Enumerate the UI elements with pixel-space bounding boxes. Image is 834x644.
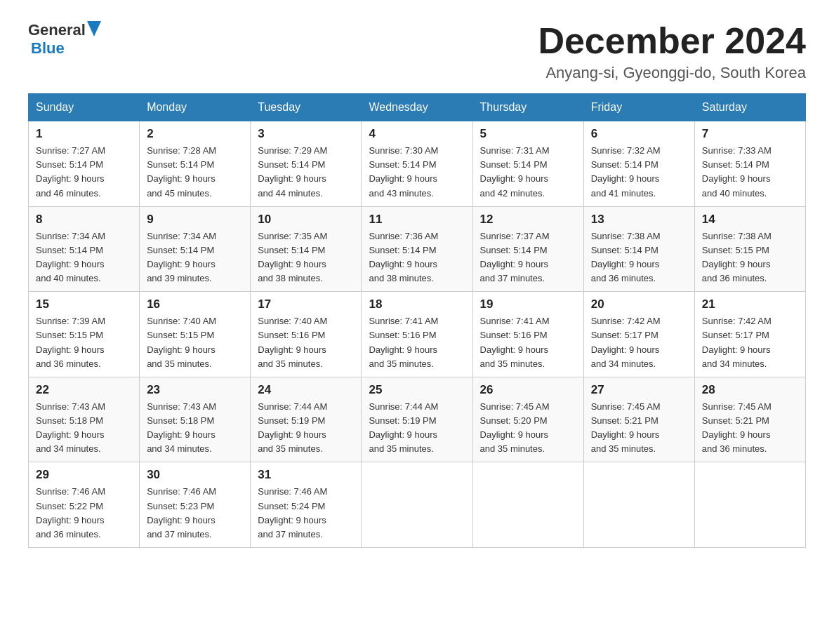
cell-info: Sunrise: 7:45 AMSunset: 5:20 PMDaylight:…: [480, 400, 576, 457]
cell-day-number: 10: [258, 213, 354, 227]
calendar-table: SundayMondayTuesdayWednesdayThursdayFrid…: [28, 93, 806, 548]
cell-info: Sunrise: 7:38 AMSunset: 5:15 PMDaylight:…: [702, 229, 798, 286]
calendar-cell: 2Sunrise: 7:28 AMSunset: 5:14 PMDaylight…: [140, 121, 251, 207]
cell-day-number: 19: [480, 297, 576, 311]
calendar-cell: 4Sunrise: 7:30 AMSunset: 5:14 PMDaylight…: [362, 121, 472, 207]
cell-info: Sunrise: 7:42 AMSunset: 5:17 PMDaylight:…: [702, 314, 798, 371]
cell-info: Sunrise: 7:36 AMSunset: 5:14 PMDaylight:…: [369, 229, 465, 286]
cell-day-number: 29: [36, 468, 132, 482]
cell-day-number: 24: [258, 383, 354, 397]
header-row: SundayMondayTuesdayWednesdayThursdayFrid…: [29, 94, 806, 121]
header-day-wednesday: Wednesday: [362, 94, 472, 121]
cell-info: Sunrise: 7:33 AMSunset: 5:14 PMDaylight:…: [702, 144, 798, 201]
cell-info: Sunrise: 7:40 AMSunset: 5:16 PMDaylight:…: [258, 314, 354, 371]
cell-day-number: 16: [147, 297, 243, 311]
logo-blue-text: Blue: [31, 39, 65, 58]
cell-info: Sunrise: 7:38 AMSunset: 5:14 PMDaylight:…: [591, 229, 687, 286]
cell-info: Sunrise: 7:41 AMSunset: 5:16 PMDaylight:…: [480, 314, 576, 371]
cell-info: Sunrise: 7:43 AMSunset: 5:18 PMDaylight:…: [147, 400, 243, 457]
cell-info: Sunrise: 7:41 AMSunset: 5:16 PMDaylight:…: [369, 314, 465, 371]
cell-day-number: 3: [258, 127, 354, 141]
calendar-cell: 17Sunrise: 7:40 AMSunset: 5:16 PMDayligh…: [251, 292, 362, 377]
cell-info: Sunrise: 7:46 AMSunset: 5:24 PMDaylight:…: [258, 485, 354, 542]
calendar-cell: 27Sunrise: 7:45 AMSunset: 5:21 PMDayligh…: [583, 377, 694, 462]
cell-day-number: 4: [369, 127, 465, 141]
logo: General Blue: [28, 21, 101, 58]
logo-general: General: [28, 21, 86, 39]
calendar-cell: 16Sunrise: 7:40 AMSunset: 5:15 PMDayligh…: [140, 292, 251, 377]
calendar-cell: 6Sunrise: 7:32 AMSunset: 5:14 PMDaylight…: [583, 121, 694, 207]
cell-info: Sunrise: 7:39 AMSunset: 5:15 PMDaylight:…: [36, 314, 132, 371]
calendar-week-2: 8Sunrise: 7:34 AMSunset: 5:14 PMDaylight…: [29, 206, 806, 292]
cell-day-number: 13: [591, 213, 687, 227]
calendar-cell: 22Sunrise: 7:43 AMSunset: 5:18 PMDayligh…: [29, 377, 140, 462]
cell-day-number: 20: [591, 297, 687, 311]
calendar-cell: 1Sunrise: 7:27 AMSunset: 5:14 PMDaylight…: [29, 121, 140, 207]
calendar-cell: 13Sunrise: 7:38 AMSunset: 5:14 PMDayligh…: [583, 206, 694, 292]
cell-info: Sunrise: 7:46 AMSunset: 5:22 PMDaylight:…: [36, 485, 132, 542]
title-block: December 2024 Anyang-si, Gyeonggi-do, So…: [538, 21, 806, 82]
calendar-cell: 11Sunrise: 7:36 AMSunset: 5:14 PMDayligh…: [362, 206, 472, 292]
cell-info: Sunrise: 7:27 AMSunset: 5:14 PMDaylight:…: [36, 144, 132, 201]
header-day-friday: Friday: [583, 94, 694, 121]
calendar-week-1: 1Sunrise: 7:27 AMSunset: 5:14 PMDaylight…: [29, 121, 806, 207]
cell-day-number: 8: [36, 213, 132, 227]
cell-info: Sunrise: 7:45 AMSunset: 5:21 PMDaylight:…: [591, 400, 687, 457]
calendar-body: 1Sunrise: 7:27 AMSunset: 5:14 PMDaylight…: [29, 121, 806, 548]
calendar-cell: 20Sunrise: 7:42 AMSunset: 5:17 PMDayligh…: [583, 292, 694, 377]
cell-day-number: 6: [591, 127, 687, 141]
cell-day-number: 28: [702, 383, 798, 397]
cell-info: Sunrise: 7:45 AMSunset: 5:21 PMDaylight:…: [702, 400, 798, 457]
header: General Blue December 2024 Anyang-si, Gy…: [28, 21, 806, 82]
calendar-subtitle: Anyang-si, Gyeonggi-do, South Korea: [538, 64, 806, 82]
calendar-header: SundayMondayTuesdayWednesdayThursdayFrid…: [29, 94, 806, 121]
cell-day-number: 12: [480, 213, 576, 227]
logo-triangle-icon: [87, 21, 101, 36]
cell-day-number: 9: [147, 213, 243, 227]
cell-day-number: 2: [147, 127, 243, 141]
cell-info: Sunrise: 7:44 AMSunset: 5:19 PMDaylight:…: [258, 400, 354, 457]
calendar-cell: 26Sunrise: 7:45 AMSunset: 5:20 PMDayligh…: [472, 377, 583, 462]
cell-day-number: 25: [369, 383, 465, 397]
calendar-cell: 31Sunrise: 7:46 AMSunset: 5:24 PMDayligh…: [251, 462, 362, 548]
calendar-week-5: 29Sunrise: 7:46 AMSunset: 5:22 PMDayligh…: [29, 462, 806, 548]
cell-day-number: 31: [258, 468, 354, 482]
cell-day-number: 30: [147, 468, 243, 482]
cell-info: Sunrise: 7:37 AMSunset: 5:14 PMDaylight:…: [480, 229, 576, 286]
calendar-cell: 3Sunrise: 7:29 AMSunset: 5:14 PMDaylight…: [251, 121, 362, 207]
calendar-cell: [583, 462, 694, 548]
calendar-week-3: 15Sunrise: 7:39 AMSunset: 5:15 PMDayligh…: [29, 292, 806, 377]
cell-day-number: 23: [147, 383, 243, 397]
header-day-saturday: Saturday: [694, 94, 805, 121]
calendar-title: December 2024: [538, 21, 806, 61]
calendar-cell: 23Sunrise: 7:43 AMSunset: 5:18 PMDayligh…: [140, 377, 251, 462]
calendar-cell: 24Sunrise: 7:44 AMSunset: 5:19 PMDayligh…: [251, 377, 362, 462]
calendar-cell: 10Sunrise: 7:35 AMSunset: 5:14 PMDayligh…: [251, 206, 362, 292]
cell-day-number: 15: [36, 297, 132, 311]
header-day-tuesday: Tuesday: [251, 94, 362, 121]
calendar-cell: 30Sunrise: 7:46 AMSunset: 5:23 PMDayligh…: [140, 462, 251, 548]
cell-day-number: 21: [702, 297, 798, 311]
cell-day-number: 27: [591, 383, 687, 397]
header-day-sunday: Sunday: [29, 94, 140, 121]
calendar-cell: 14Sunrise: 7:38 AMSunset: 5:15 PMDayligh…: [694, 206, 805, 292]
cell-day-number: 22: [36, 383, 132, 397]
calendar-cell: 12Sunrise: 7:37 AMSunset: 5:14 PMDayligh…: [472, 206, 583, 292]
cell-day-number: 5: [480, 127, 576, 141]
calendar-cell: 15Sunrise: 7:39 AMSunset: 5:15 PMDayligh…: [29, 292, 140, 377]
calendar-cell: 28Sunrise: 7:45 AMSunset: 5:21 PMDayligh…: [694, 377, 805, 462]
calendar-cell: 25Sunrise: 7:44 AMSunset: 5:19 PMDayligh…: [362, 377, 472, 462]
cell-info: Sunrise: 7:34 AMSunset: 5:14 PMDaylight:…: [147, 229, 243, 286]
cell-day-number: 14: [702, 213, 798, 227]
cell-info: Sunrise: 7:40 AMSunset: 5:15 PMDaylight:…: [147, 314, 243, 371]
cell-info: Sunrise: 7:35 AMSunset: 5:14 PMDaylight:…: [258, 229, 354, 286]
cell-info: Sunrise: 7:30 AMSunset: 5:14 PMDaylight:…: [369, 144, 465, 201]
cell-info: Sunrise: 7:46 AMSunset: 5:23 PMDaylight:…: [147, 485, 243, 542]
calendar-cell: 5Sunrise: 7:31 AMSunset: 5:14 PMDaylight…: [472, 121, 583, 207]
cell-info: Sunrise: 7:43 AMSunset: 5:18 PMDaylight:…: [36, 400, 132, 457]
calendar-cell: 7Sunrise: 7:33 AMSunset: 5:14 PMDaylight…: [694, 121, 805, 207]
cell-info: Sunrise: 7:29 AMSunset: 5:14 PMDaylight:…: [258, 144, 354, 201]
header-day-thursday: Thursday: [472, 94, 583, 121]
calendar-cell: 29Sunrise: 7:46 AMSunset: 5:22 PMDayligh…: [29, 462, 140, 548]
calendar-cell: 21Sunrise: 7:42 AMSunset: 5:17 PMDayligh…: [694, 292, 805, 377]
